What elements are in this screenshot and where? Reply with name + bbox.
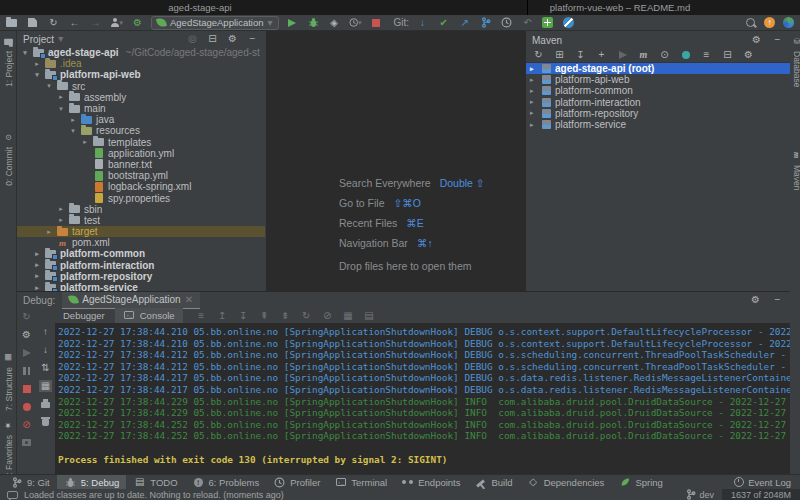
maven-item-platform-common[interactable]: ▸platform-common — [526, 85, 790, 96]
open-project-icon[interactable] — [5, 16, 18, 29]
toolwindow-button-terminal[interactable]: ›_Terminal — [327, 475, 394, 489]
tree-row-assembly[interactable]: ▸assembly — [17, 92, 265, 103]
tree-row-logback-spring-xml[interactable]: logback-spring.xml — [17, 181, 265, 192]
stripe-button-database[interactable]: ⛁Database — [790, 35, 800, 87]
chevron-collapsed-icon[interactable]: ▸ — [69, 116, 77, 124]
toolwindow-button-dependencies[interactable]: ◇Dependencies — [520, 475, 612, 489]
scroll-up-icon[interactable]: ↥ — [216, 309, 229, 322]
chevron-collapsed-icon[interactable]: ▸ — [530, 65, 538, 73]
chevron-collapsed-icon[interactable]: ▸ — [530, 98, 538, 106]
get-thread-dump-icon[interactable] — [20, 436, 33, 449]
tree-row-platform-service[interactable]: ▸platform-service — [17, 282, 265, 291]
toolwindow-button-build[interactable]: Build — [468, 475, 520, 489]
update-project-icon[interactable]: ↓ — [416, 16, 429, 29]
chevron-expanded-icon[interactable]: ▾ — [69, 127, 77, 135]
reimport-icon[interactable]: ↻ — [532, 48, 545, 61]
toolwindow-button-profiler[interactable]: Profiler — [266, 475, 327, 489]
hide-icon[interactable]: − — [246, 33, 259, 46]
green-plugin-icon[interactable] — [541, 16, 554, 29]
soft-wrap-icon[interactable]: ≡ — [195, 309, 208, 322]
chevron-collapsed-icon[interactable]: ▸ — [530, 121, 538, 129]
console-view-icon[interactable]: ▦ — [39, 379, 52, 392]
hide-icon[interactable]: − — [771, 294, 784, 307]
rollback-icon[interactable]: ↶ — [521, 16, 534, 29]
save-all-icon[interactable] — [26, 16, 39, 29]
scroll-to-bottom-icon[interactable]: ⇟ — [279, 309, 292, 322]
toolwindow-button-5-debug[interactable]: 5: Debug — [57, 475, 127, 489]
commit-icon[interactable]: ✔ — [437, 16, 450, 29]
profiler-icon[interactable]: ▾ — [349, 16, 362, 29]
layout-settings-icon[interactable]: ▤ — [363, 309, 376, 322]
debug-tab-console[interactable]: ›_Console — [115, 308, 183, 324]
run-icon[interactable] — [286, 16, 299, 29]
scroll-to-top-icon[interactable]: ⇞ — [258, 309, 271, 322]
chevron-collapsed-icon[interactable]: ▸ — [33, 284, 41, 291]
maven-item-aged-stage-api-root-[interactable]: ▸aged-stage-api (root) — [526, 63, 790, 74]
toolwindow-button-9-git[interactable]: 9: Git — [3, 475, 57, 489]
debug-session-tab[interactable]: AgedStageApplication ✕ — [62, 292, 200, 309]
show-dependencies-icon[interactable]: ⊙ — [658, 48, 671, 61]
step-up-stack-icon[interactable]: ↑ — [39, 325, 52, 338]
toolwindow-button-todo[interactable]: ▤TODO — [126, 475, 184, 489]
debug-tab-debugger[interactable]: Debugger — [55, 308, 113, 323]
tree-row-resources[interactable]: ▾resources — [17, 125, 265, 136]
maven-settings-icon[interactable]: ⚙ — [742, 48, 755, 61]
stripe-button-7-structure[interactable]: 7: Structure▦ — [2, 351, 15, 411]
tree-row-platform-interaction[interactable]: ▸platform-interaction — [17, 260, 265, 271]
toolwindow-button-6-problems[interactable]: !6: Problems — [185, 475, 267, 489]
chevron-collapsed-icon[interactable]: ▸ — [57, 216, 65, 224]
memory-indicator[interactable]: 1637 of 2048M — [722, 489, 800, 500]
run-with-coverage-icon[interactable]: ◈ — [328, 16, 341, 29]
maven-item-platform-api-web[interactable]: ▸platform-api-web — [526, 74, 790, 85]
locate-icon[interactable]: ◎ — [186, 33, 199, 46]
gradient-circle-icon[interactable] — [782, 16, 795, 29]
chevron-collapsed-icon[interactable]: ▸ — [530, 76, 538, 84]
clear-console-icon[interactable] — [39, 415, 52, 428]
chevron-expanded-icon[interactable]: ▾ — [33, 71, 41, 79]
hide-icon[interactable]: − — [771, 34, 784, 47]
settings-icon[interactable]: ⚙ — [749, 294, 762, 307]
tree-row-target[interactable]: ▸target — [17, 226, 265, 237]
mute-breakpoints-icon[interactable]: ⊘ — [20, 418, 33, 431]
tree-row-sbin[interactable]: ▸sbin — [17, 204, 265, 215]
chevron-collapsed-icon[interactable]: ▸ — [33, 261, 41, 269]
notification-icon[interactable] — [7, 491, 18, 499]
settings-icon[interactable]: ⚙ — [226, 33, 239, 46]
synchronize-icon[interactable]: ↻ — [47, 16, 60, 29]
blue-plugin-icon[interactable] — [562, 16, 575, 29]
maven-item-platform-repository[interactable]: ▸platform-repository — [526, 108, 790, 119]
tree-row-platform-common[interactable]: ▸platform-common — [17, 248, 265, 259]
split-view-icon[interactable]: ▦ — [342, 309, 355, 322]
clear-dim-icon[interactable]: ⊘ — [321, 309, 334, 322]
git-branch-widget[interactable]: dev — [686, 489, 714, 500]
pause-icon[interactable] — [20, 364, 33, 377]
tree-row-templates[interactable]: ▸templates — [17, 137, 265, 148]
view-breakpoints-icon[interactable] — [20, 400, 33, 413]
chevron-collapsed-icon[interactable]: ▸ — [530, 87, 538, 95]
tree-row-platform-repository[interactable]: ▸platform-repository — [17, 271, 265, 282]
step-down-stack-icon[interactable]: ↓ — [39, 343, 52, 356]
stripe-button-2-favorites[interactable]: 2: Favorites★ — [2, 419, 15, 479]
run-config-selector[interactable]: AgedStageApplication ▾ — [151, 16, 279, 30]
download-sources-icon[interactable]: ↧ — [574, 48, 587, 61]
search-everywhere-icon[interactable] — [744, 16, 757, 29]
scroll-down-icon[interactable]: ↧ — [237, 309, 250, 322]
push-icon[interactable]: ↗ — [458, 16, 471, 29]
tree-row-banner-txt[interactable]: banner.txt — [17, 159, 265, 170]
editor-area[interactable]: Search EverywhereDouble ⇧Go to File⇧⌘ORe… — [266, 31, 527, 291]
chevron-collapsed-icon[interactable]: ▸ — [530, 109, 538, 117]
profiles-icon[interactable]: ≡ — [700, 48, 713, 61]
chevron-collapsed-icon[interactable]: ▸ — [33, 60, 41, 68]
maven-item-platform-service[interactable]: ▸platform-service — [526, 119, 790, 130]
chevron-collapsed-icon[interactable]: ▸ — [33, 272, 41, 280]
history-icon[interactable] — [500, 16, 513, 29]
tree-row-platform-api-web[interactable]: ▾platform-api-web — [17, 69, 265, 80]
maven-item-platform-interaction[interactable]: ▸platform-interaction — [526, 97, 790, 108]
branches-icon[interactable] — [479, 16, 492, 29]
tree-row-application-yml[interactable]: application.yml — [17, 148, 265, 159]
add-maven-project-icon[interactable]: + — [595, 48, 608, 61]
print-console-icon[interactable] — [39, 397, 52, 410]
tree-row-main[interactable]: ▾main — [17, 103, 265, 114]
execute-goal-icon[interactable]: m — [637, 48, 650, 61]
tree-row-test[interactable]: ▸test — [17, 215, 265, 226]
